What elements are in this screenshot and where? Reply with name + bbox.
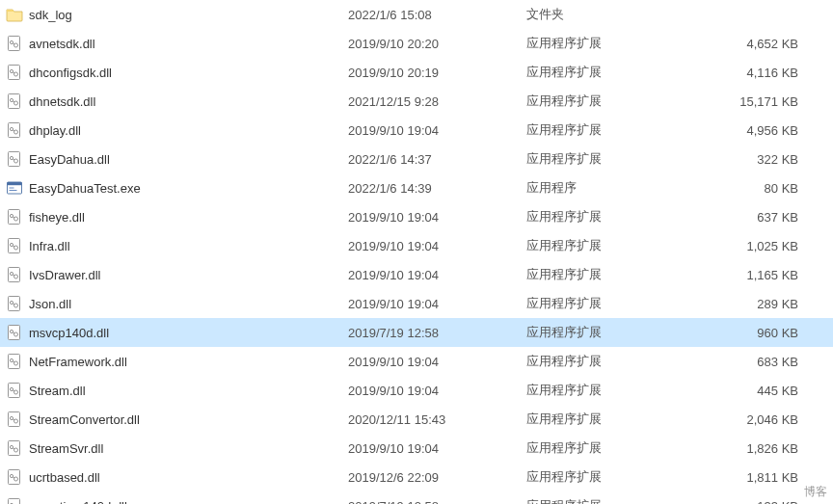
file-name-cell: EasyDahua.dll (6, 150, 348, 168)
file-name-cell: EasyDahuaTest.exe (6, 179, 348, 197)
file-size-cell: 4,956 KB (671, 123, 827, 138)
file-name-cell: StreamSvr.dll (6, 439, 348, 457)
file-name-cell: sdk_log (6, 6, 348, 23)
file-row[interactable]: StreamConvertor.dll2020/12/11 15:43应用程序扩… (0, 405, 833, 434)
file-name-cell: dhnetsdk.dll (6, 93, 348, 110)
file-date-cell: 2019/9/10 19:04 (348, 210, 526, 225)
file-name-cell: vcruntime140d.dll (6, 497, 348, 504)
dll-icon (6, 382, 23, 399)
file-name-cell: Json.dll (6, 295, 348, 312)
file-size-cell: 4,116 KB (671, 66, 827, 80)
file-type-cell: 应用程序扩展 (526, 382, 671, 399)
file-name-cell: fisheye.dll (6, 208, 348, 225)
file-size-cell: 683 KB (671, 355, 827, 369)
file-type-cell: 应用程序扩展 (526, 295, 671, 312)
file-type-cell: 应用程序扩展 (526, 266, 671, 283)
file-name-cell: avnetsdk.dll (6, 35, 348, 52)
file-row[interactable]: dhnetsdk.dll2021/12/15 9:28应用程序扩展15,171 … (0, 87, 833, 116)
file-date-cell: 2019/9/10 19:04 (348, 355, 526, 369)
file-name-cell: dhplay.dll (6, 121, 348, 139)
file-name-label: EasyDahua.dll (29, 152, 110, 167)
file-type-cell: 应用程序扩展 (526, 411, 671, 428)
file-name-label: dhconfigsdk.dll (29, 66, 112, 80)
file-date-cell: 2019/9/10 19:04 (348, 384, 526, 398)
file-type-cell: 应用程序扩展 (526, 64, 671, 81)
dll-icon (6, 35, 23, 52)
file-name-cell: ucrtbased.dll (6, 468, 348, 486)
file-date-cell: 2019/9/10 19:04 (348, 297, 526, 311)
file-name-label: vcruntime140d.dll (29, 499, 127, 505)
file-date-cell: 2019/7/19 12:58 (348, 326, 526, 340)
file-name-cell: NetFramework.dll (6, 353, 348, 370)
dll-icon (6, 93, 23, 110)
file-date-cell: 2019/9/10 20:20 (348, 37, 526, 51)
file-size-cell: 133 KB (671, 499, 827, 505)
file-name-label: Stream.dll (29, 384, 86, 398)
file-size-cell: 445 KB (671, 384, 827, 398)
file-date-cell: 2019/9/10 19:04 (348, 441, 526, 456)
file-type-cell: 应用程序扩展 (526, 150, 671, 168)
file-size-cell: 80 KB (671, 181, 827, 196)
file-size-cell: 322 KB (671, 152, 827, 167)
file-row[interactable]: Json.dll2019/9/10 19:04应用程序扩展289 KB (0, 289, 833, 318)
dll-icon (6, 121, 23, 139)
file-row[interactable]: Stream.dll2019/9/10 19:04应用程序扩展445 KB (0, 376, 833, 405)
file-name-cell: StreamConvertor.dll (6, 411, 348, 428)
file-row[interactable]: dhplay.dll2019/9/10 19:04应用程序扩展4,956 KB (0, 116, 833, 145)
file-size-cell: 289 KB (671, 297, 827, 311)
file-name-cell: msvcp140d.dll (6, 324, 348, 341)
file-row[interactable]: dhconfigsdk.dll2019/9/10 20:19应用程序扩展4,11… (0, 58, 833, 87)
file-name-label: StreamSvr.dll (29, 441, 103, 456)
file-name-label: fisheye.dll (29, 210, 85, 225)
file-type-cell: 应用程序扩展 (526, 353, 671, 370)
file-size-cell: 637 KB (671, 210, 827, 225)
file-name-cell: dhconfigsdk.dll (6, 64, 348, 81)
file-row[interactable]: NetFramework.dll2019/9/10 19:04应用程序扩展683… (0, 347, 833, 376)
file-date-cell: 2020/12/11 15:43 (348, 412, 526, 427)
file-name-label: Json.dll (29, 297, 71, 311)
file-size-cell: 15,171 KB (671, 94, 827, 109)
file-size-cell: 4,652 KB (671, 37, 827, 51)
file-size-cell: 960 KB (671, 326, 827, 340)
file-name-cell: Stream.dll (6, 382, 348, 399)
file-name-label: EasyDahuaTest.exe (29, 181, 141, 196)
file-row[interactable]: sdk_log2022/1/6 15:08文件夹 (0, 0, 833, 29)
file-type-cell: 应用程序扩展 (526, 35, 671, 52)
file-name-label: ucrtbased.dll (29, 470, 100, 485)
file-name-label: IvsDrawer.dll (29, 268, 100, 282)
file-type-cell: 应用程序扩展 (526, 121, 671, 139)
file-row[interactable]: msvcp140d.dll2019/7/19 12:58应用程序扩展960 KB (0, 318, 833, 347)
file-row[interactable]: EasyDahuaTest.exe2022/1/6 14:39应用程序80 KB (0, 173, 833, 202)
file-date-cell: 2019/12/6 22:09 (348, 470, 526, 485)
file-row[interactable]: Infra.dll2019/9/10 19:04应用程序扩展1,025 KB (0, 231, 833, 260)
file-row[interactable]: avnetsdk.dll2019/9/10 20:20应用程序扩展4,652 K… (0, 29, 833, 58)
file-type-cell: 文件夹 (526, 6, 671, 23)
file-date-cell: 2022/1/6 14:37 (348, 152, 526, 167)
file-row[interactable]: IvsDrawer.dll2019/9/10 19:04应用程序扩展1,165 … (0, 260, 833, 289)
file-name-label: dhplay.dll (29, 123, 81, 138)
file-row[interactable]: StreamSvr.dll2019/9/10 19:04应用程序扩展1,826 … (0, 434, 833, 463)
file-row[interactable]: fisheye.dll2019/9/10 19:04应用程序扩展637 KB (0, 202, 833, 231)
file-date-cell: 2022/1/6 14:39 (348, 181, 526, 196)
file-date-cell: 2019/9/10 19:04 (348, 268, 526, 282)
dll-icon (6, 295, 23, 312)
dll-icon (6, 237, 23, 254)
dll-icon (6, 353, 23, 370)
file-row[interactable]: ucrtbased.dll2019/12/6 22:09应用程序扩展1,811 … (0, 463, 833, 491)
dll-icon (6, 497, 23, 504)
file-size-cell: 1,826 KB (671, 441, 827, 456)
dll-icon (6, 411, 23, 428)
file-list: sdk_log2022/1/6 15:08文件夹avnetsdk.dll2019… (0, 0, 833, 504)
file-row[interactable]: vcruntime140d.dll2019/7/19 12:58应用程序扩展13… (0, 491, 833, 504)
folder-icon (6, 6, 23, 23)
file-date-cell: 2021/12/15 9:28 (348, 94, 526, 109)
file-name-label: StreamConvertor.dll (29, 412, 140, 427)
dll-icon (6, 150, 23, 168)
file-type-cell: 应用程序 (526, 179, 671, 197)
file-date-cell: 2022/1/6 15:08 (348, 8, 526, 22)
file-row[interactable]: EasyDahua.dll2022/1/6 14:37应用程序扩展322 KB (0, 145, 833, 173)
file-name-label: avnetsdk.dll (29, 37, 95, 51)
file-date-cell: 2019/9/10 19:04 (348, 239, 526, 253)
file-name-label: msvcp140d.dll (29, 326, 109, 340)
file-type-cell: 应用程序扩展 (526, 208, 671, 225)
